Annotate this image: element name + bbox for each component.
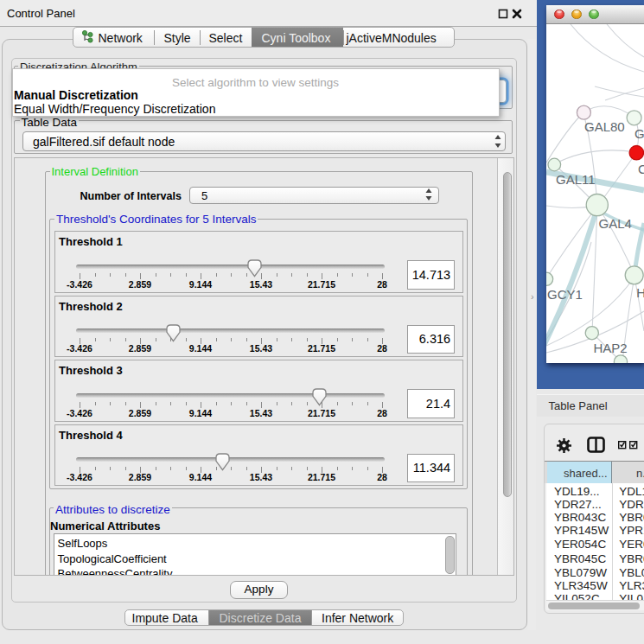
svg-text:GAL80: GAL80 xyxy=(584,119,625,134)
svg-text:GA: GA xyxy=(634,126,644,141)
svg-text:GAL4: GAL4 xyxy=(599,216,632,231)
svg-text:HAP2: HAP2 xyxy=(593,340,627,354)
svg-text:GCY1: GCY1 xyxy=(547,286,583,301)
svg-text:H: H xyxy=(636,285,644,300)
svg-text:GAL11: GAL11 xyxy=(556,171,596,186)
svg-text:C: C xyxy=(638,162,644,176)
